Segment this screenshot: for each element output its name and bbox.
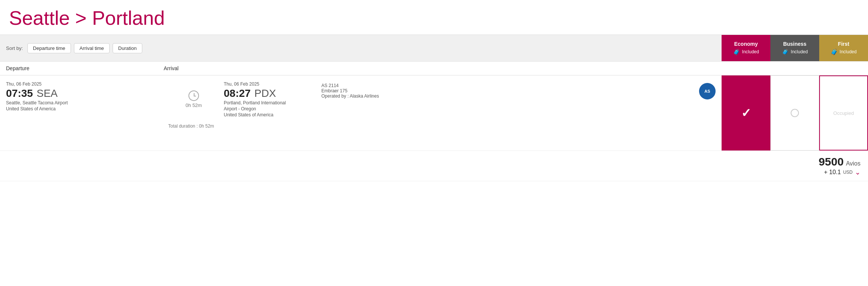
duration-text: 0h 52m — [185, 102, 202, 108]
departure-airport: Seattle, Seattle Tacoma Airport — [6, 100, 164, 105]
flight-details: Thu, 06 Feb 2025 07:35 SEA Seattle, Seat… — [0, 75, 722, 151]
sort-label: Sort by: — [6, 45, 23, 51]
duration-block: 0h 52m — [164, 81, 224, 108]
occupied-label: Occupied — [833, 110, 854, 116]
usd-price-row: + 10.1 USD ⌄ — [818, 168, 860, 176]
business-sub: 🧳 Included — [782, 48, 808, 56]
operated-by: Operated by : Alaska Airlines — [321, 93, 716, 99]
sort-duration-btn[interactable]: Duration — [113, 43, 142, 53]
economy-cell[interactable]: ✓ — [722, 75, 770, 151]
luggage-icon-economy: 🧳 — [733, 48, 740, 56]
first-label: First — [838, 41, 849, 47]
direction-arrow: > — [75, 7, 86, 29]
first-cell: Occupied — [819, 75, 868, 151]
economy-header: Economy 🧳 Included — [722, 35, 770, 61]
avios-amount: 9500 — [818, 155, 844, 168]
first-sub: 🧳 Included — [830, 48, 856, 56]
flight-section: Thu, 06 Feb 2025 07:35 SEA Seattle, Seat… — [0, 75, 868, 151]
chevron-down-icon[interactable]: ⌄ — [855, 168, 860, 176]
avios-price-row: 9500 Avios — [818, 155, 860, 168]
arrival-airport: Portland, Portland International — [224, 100, 321, 105]
column-headers: Departure Arrival — [0, 62, 868, 75]
flight-number: AS 2114 — [321, 83, 716, 88]
clock-icon — [188, 90, 199, 101]
origin-city: Seattle — [9, 7, 70, 29]
departure-country: United States of America — [6, 106, 164, 111]
avios-label: Avios — [846, 160, 860, 167]
luggage-icon-business: 🧳 — [782, 48, 789, 56]
luggage-icon-first: 🧳 — [830, 48, 838, 56]
departure-time-row: 07:35 SEA — [6, 87, 164, 99]
departure-date: Thu, 06 Feb 2025 — [6, 81, 164, 87]
arrival-country: United States of America — [224, 112, 321, 117]
business-label: Business — [783, 41, 806, 47]
total-duration: Total duration : 0h 52m — [6, 117, 716, 129]
departure-block: Thu, 06 Feb 2025 07:35 SEA Seattle, Seat… — [6, 81, 164, 111]
radio-icon — [791, 109, 799, 117]
class-cells: ✓ Occupied — [722, 75, 868, 151]
sort-departure-btn[interactable]: Departure time — [27, 43, 71, 53]
usd-amount: + 10.1 — [824, 169, 841, 176]
destination-city: Portland — [92, 7, 165, 29]
price-summary: 9500 Avios + 10.1 USD ⌄ — [818, 155, 860, 176]
sort-bar: Sort by: Departure time Arrival time Dur… — [0, 35, 868, 62]
departure-col-header: Departure — [6, 65, 164, 71]
departure-time: 07:35 — [6, 87, 33, 99]
first-header: First 🧳 Included — [819, 35, 868, 61]
arrival-col-header: Arrival — [164, 65, 716, 71]
class-headers: Economy 🧳 Included Business 🧳 Included F… — [722, 35, 868, 61]
flight-row-inner: Thu, 06 Feb 2025 07:35 SEA Seattle, Seat… — [6, 81, 716, 117]
business-cell[interactable] — [770, 75, 819, 151]
aircraft-type: Embraer 175 — [321, 88, 716, 93]
sort-controls: Sort by: Departure time Arrival time Dur… — [0, 39, 722, 57]
sort-arrival-btn[interactable]: Arrival time — [74, 43, 110, 53]
checkmark-icon: ✓ — [741, 106, 751, 120]
arrival-code: PDX — [255, 87, 276, 99]
arrival-block: Thu, 06 Feb 2025 08:27 PDX Portland, Por… — [224, 81, 321, 117]
usd-label: USD — [843, 170, 853, 175]
economy-sub: 🧳 Included — [733, 48, 759, 56]
arrival-time: 08:27 — [224, 87, 251, 99]
arrival-time-row: 08:27 PDX — [224, 87, 321, 99]
price-footer: 9500 Avios + 10.1 USD ⌄ — [0, 151, 868, 181]
arrival-airport-sub: Airport - Oregon — [224, 106, 321, 111]
departure-code: SEA — [37, 87, 58, 99]
airline-block: AS AS 2114 Embraer 175 Operated by : Ala… — [321, 81, 716, 99]
economy-label: Economy — [734, 41, 758, 47]
business-header: Business 🧳 Included — [770, 35, 819, 61]
arrival-date: Thu, 06 Feb 2025 — [224, 81, 321, 87]
page-title: Seattle > Portland — [0, 0, 868, 35]
airline-logo: AS — [699, 83, 716, 99]
